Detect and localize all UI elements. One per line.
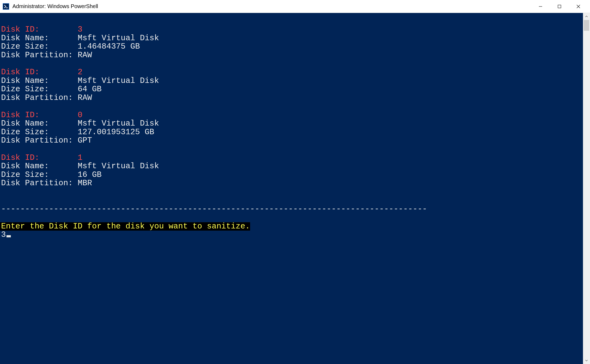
disk-partition-line: Disk Partition: GPT [0, 136, 590, 145]
disk-size-line: Dize Size: 1.46484375 GB [0, 42, 590, 51]
scrollbar-thumb[interactable] [584, 20, 589, 31]
disk-id-line: Disk ID: 0 [0, 111, 590, 120]
window-controls [531, 0, 588, 13]
scroll-down-arrow[interactable] [583, 357, 590, 364]
disk-partition-line: Disk Partition: RAW [0, 94, 590, 102]
disk-partition-line: Disk Partition: RAW [0, 51, 590, 60]
disk-id-line: Disk ID: 3 [0, 25, 590, 34]
disk-entry: Disk ID: 2Disk Name: Msft Virtual DiskDi… [0, 68, 590, 102]
user-input-line[interactable]: 3 [0, 231, 590, 239]
maximize-button[interactable] [550, 0, 569, 13]
svg-rect-1 [558, 5, 561, 8]
disk-size-line: Dize Size: 64 GB [0, 85, 590, 94]
cursor [6, 235, 11, 237]
disk-name-line: Disk Name: Msft Virtual Disk [0, 77, 590, 85]
blank-line [0, 214, 590, 222]
disk-entry: Disk ID: 0Disk Name: Msft Virtual DiskDi… [0, 111, 590, 145]
close-button[interactable] [569, 0, 588, 13]
disk-id-line: Disk ID: 2 [0, 68, 590, 77]
disk-size-line: Dize Size: 16 GB [0, 171, 590, 179]
prompt-text: Enter the Disk ID for the disk you want … [0, 222, 250, 231]
disk-name-line: Disk Name: Msft Virtual Disk [0, 119, 590, 128]
blank-line [0, 196, 590, 205]
window-title: Administrator: Windows PowerShell [12, 3, 98, 9]
disk-id-line: Disk ID: 1 [0, 154, 590, 162]
separator-line: ----------------------------------------… [0, 205, 590, 214]
vertical-scrollbar[interactable] [583, 13, 590, 364]
disk-name-line: Disk Name: Msft Virtual Disk [0, 34, 590, 43]
powershell-icon [3, 3, 9, 10]
scroll-up-arrow[interactable] [583, 13, 590, 20]
minimize-button[interactable] [531, 0, 550, 13]
disk-entry: Disk ID: 3Disk Name: Msft Virtual DiskDi… [0, 25, 590, 59]
console-output[interactable]: Disk ID: 3Disk Name: Msft Virtual DiskDi… [0, 13, 590, 364]
disk-partition-line: Disk Partition: MBR [0, 179, 590, 188]
titlebar[interactable]: Administrator: Windows PowerShell [0, 0, 590, 13]
disk-entry: Disk ID: 1Disk Name: Msft Virtual DiskDi… [0, 154, 590, 188]
disk-name-line: Disk Name: Msft Virtual Disk [0, 162, 590, 171]
disk-size-line: Dize Size: 127.001953125 GB [0, 128, 590, 137]
blank-line [0, 17, 590, 25]
console-content: Disk ID: 3Disk Name: Msft Virtual DiskDi… [0, 17, 590, 239]
